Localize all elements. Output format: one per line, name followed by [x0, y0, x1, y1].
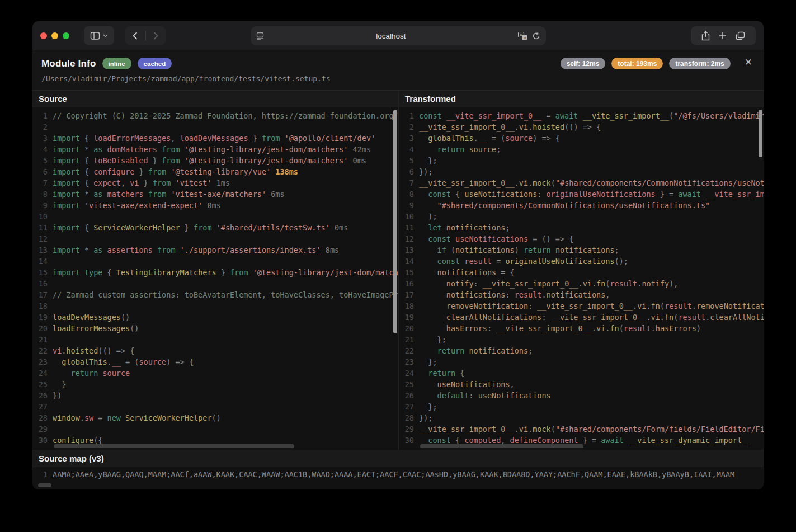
line-number: 28 [32, 412, 53, 423]
module-link[interactable]: './support/assertions/index.ts' [180, 246, 321, 255]
code-line: 18 removeNotification: __vite_ssr_import… [399, 300, 764, 312]
code-line: 26 default: useNotifications [399, 390, 764, 401]
code-line: 7__vite_ssr_import_0__.vi.mock("#shared/… [399, 177, 764, 189]
code-line: 10 [32, 211, 398, 222]
line-number: 20 [32, 323, 53, 334]
code-line: 17 notifications: result.notifications, [399, 289, 764, 300]
transformed-code: 1const __vite_ssr_import_0__ = await __v… [399, 107, 764, 450]
toolbar-right-buttons [691, 26, 756, 45]
line-number: 26 [399, 390, 419, 401]
line-number: 9 [32, 200, 53, 211]
share-icon[interactable] [701, 31, 710, 41]
code-line: 5import { toBeDisabled } from '@testing-… [32, 155, 398, 166]
close-icon[interactable]: ✕ [745, 58, 752, 67]
total-time-badge: total: 193ms [611, 58, 663, 69]
svg-text:a: a [524, 35, 526, 39]
code-line: 5 }; [399, 155, 764, 166]
address-bar[interactable]: localhost A a [251, 26, 546, 45]
reload-icon[interactable] [532, 32, 540, 40]
code-line: 13 if (notifications) return notificatio… [399, 244, 764, 256]
inline-badge: inline [102, 58, 131, 69]
line-number: 6 [32, 166, 53, 177]
code-line: 20loadErrorMessages() [32, 323, 398, 334]
source-horizontal-scrollbar[interactable] [54, 444, 294, 448]
zoom-window-button[interactable] [63, 32, 69, 39]
line-number: 2 [399, 121, 419, 133]
sourcemap-title: Source map (v3) [32, 450, 764, 467]
code-line: 10 ); [399, 211, 764, 222]
line-number: 27 [32, 401, 53, 412]
close-window-button[interactable] [40, 32, 47, 39]
page-format-icon[interactable] [256, 32, 264, 40]
tab-overview-icon[interactable] [736, 31, 745, 40]
page-title: Module Info [41, 58, 96, 69]
browser-window: localhost A a [32, 21, 764, 489]
sourcemap-mappings: AAMA;AAeA,yBAAG,QAAQ,MAAM;AACf,aAAW,KAAK… [53, 467, 764, 482]
new-tab-icon[interactable] [719, 32, 727, 40]
line-number: 26 [32, 390, 53, 401]
line-number: 3 [399, 133, 419, 144]
code-line: 21 }; [399, 334, 764, 345]
code-line: 8import * as matchers from 'vitest-axe/m… [32, 189, 398, 200]
forward-button[interactable] [145, 26, 166, 45]
line-number: 12 [32, 233, 53, 244]
line-number: 18 [32, 300, 53, 312]
line-number: 13 [399, 244, 419, 256]
traffic-lights [40, 32, 69, 39]
nav-buttons [125, 26, 166, 45]
code-line: 27 [32, 401, 398, 412]
code-line: 9 "#shared/components/CommonNotification… [399, 200, 764, 211]
code-line: 24 return { [399, 368, 764, 379]
line-number: 11 [399, 222, 419, 233]
line-number: 18 [399, 300, 419, 312]
browser-toolbar: localhost A a [32, 21, 764, 50]
code-line: 23 globalThis.__ = (source) => { [32, 356, 398, 368]
code-line: 6}); [399, 166, 764, 177]
code-line: 18 [32, 300, 398, 312]
line-number: 27 [399, 401, 419, 412]
sidebar-toggle-button[interactable] [84, 26, 114, 45]
sourcemap-horizontal-scrollbar[interactable] [38, 483, 51, 487]
code-line: 29 [32, 423, 398, 435]
line-number: 17 [32, 289, 53, 300]
transformed-horizontal-scrollbar[interactable] [420, 444, 583, 448]
code-line: 25 useNotifications, [399, 379, 764, 390]
back-button[interactable] [125, 26, 145, 45]
line-number: 29 [399, 423, 419, 435]
code-line: 23 }; [399, 356, 764, 368]
code-line: 7import { expect, vi } from 'vitest' 1ms [32, 177, 398, 189]
translate-icon[interactable]: A a [518, 32, 527, 40]
line-number: 22 [32, 345, 53, 356]
line-number: 17 [399, 289, 419, 300]
line-number: 23 [32, 356, 53, 368]
code-line: 4import * as domMatchers from '@testing-… [32, 144, 398, 155]
url-text[interactable]: localhost [264, 32, 518, 40]
line-number: 25 [399, 379, 419, 390]
line-number: 14 [399, 256, 419, 267]
sourcemap-line: 1 AAMA;AAeA,yBAAG,QAAQ,MAAM;AACf,aAAW,KA… [32, 467, 764, 482]
line-number: 5 [399, 155, 419, 166]
source-vertical-scrollbar[interactable] [393, 110, 397, 333]
source-code: 1// Copyright (C) 2012-2025 Zammad Found… [32, 107, 398, 450]
line-number: 1 [399, 110, 419, 121]
code-line: 2__vite_ssr_import_0__.vi.hoisted(() => … [399, 121, 764, 133]
line-number: 19 [399, 312, 419, 323]
line-number: 21 [399, 334, 419, 345]
transformed-panel-title: Transformed [399, 91, 764, 107]
line-number: 16 [32, 278, 53, 289]
line-number: 5 [32, 155, 53, 166]
line-number: 13 [32, 244, 53, 256]
minimize-window-button[interactable] [51, 32, 58, 39]
code-line: 25 } [32, 379, 398, 390]
line-number: 10 [32, 211, 53, 222]
line-number: 15 [32, 267, 53, 278]
line-number: 1 [32, 467, 53, 482]
transformed-panel: Transformed 1const __vite_ssr_import_0__… [399, 91, 764, 450]
line-number: 30 [399, 435, 419, 446]
code-line: 27 }; [399, 401, 764, 412]
code-line: 16 notify: __vite_ssr_import_0__.vi.fn(r… [399, 278, 764, 289]
code-line: 3 globalThis.__ = (source) => { [399, 133, 764, 144]
transformed-vertical-scrollbar[interactable] [759, 110, 762, 157]
transform-time-badge: transform: 2ms [669, 58, 730, 69]
code-line: 15import type { TestingLibraryMatchers }… [32, 267, 398, 278]
